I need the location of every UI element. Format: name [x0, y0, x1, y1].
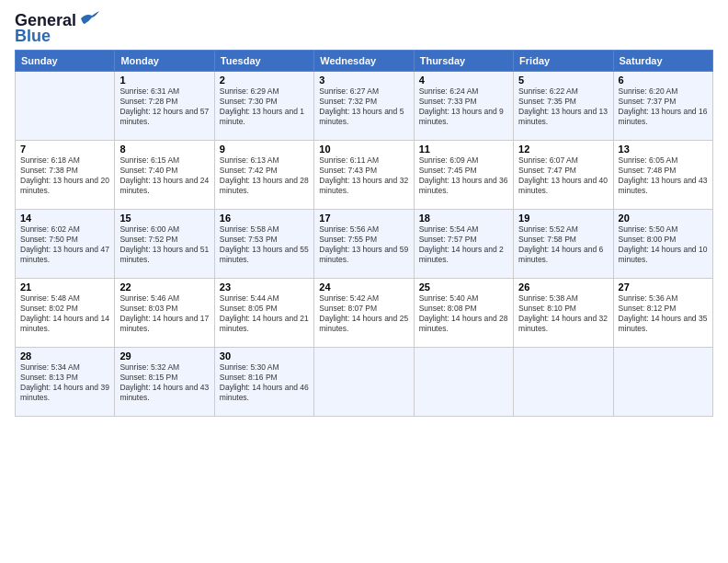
day-number: 10	[319, 144, 408, 155]
day-info: Sunrise: 5:44 AMSunset: 8:05 PMDaylight:…	[220, 293, 309, 334]
day-number: 14	[20, 213, 109, 224]
calendar-cell: 23Sunrise: 5:44 AMSunset: 8:05 PMDayligh…	[214, 279, 313, 348]
logo-bird-icon	[79, 11, 99, 28]
day-number: 29	[119, 350, 209, 362]
day-info: Sunrise: 5:34 AMSunset: 8:13 PMDaylight:…	[20, 362, 109, 403]
day-info: Sunrise: 6:22 AMSunset: 7:35 PMDaylight:…	[518, 86, 608, 127]
calendar-cell: 4Sunrise: 6:24 AMSunset: 7:33 PMDaylight…	[414, 72, 513, 141]
calendar-table: SundayMondayTuesdayWednesdayThursdayFrid…	[15, 50, 713, 417]
day-info: Sunrise: 5:38 AMSunset: 8:10 PMDaylight:…	[518, 293, 608, 334]
day-number: 28	[20, 350, 109, 362]
day-number: 30	[220, 350, 309, 362]
day-info: Sunrise: 5:56 AMSunset: 7:55 PMDaylight:…	[319, 224, 408, 265]
calendar-week-row: 28Sunrise: 5:34 AMSunset: 8:13 PMDayligh…	[16, 348, 713, 417]
day-info: Sunrise: 5:36 AMSunset: 8:12 PMDaylight:…	[619, 293, 708, 334]
day-number: 12	[518, 144, 608, 155]
day-info: Sunrise: 6:00 AMSunset: 7:52 PMDaylight:…	[119, 224, 209, 265]
logo: General Blue	[15, 11, 99, 46]
calendar-cell: 11Sunrise: 6:09 AMSunset: 7:45 PMDayligh…	[414, 141, 513, 210]
day-info: Sunrise: 6:31 AMSunset: 7:28 PMDaylight:…	[119, 86, 209, 127]
header: General Blue	[15, 11, 713, 46]
weekday-header: Friday	[514, 51, 613, 72]
weekday-header: Wednesday	[314, 51, 414, 72]
day-info: Sunrise: 6:20 AMSunset: 7:37 PMDaylight:…	[619, 86, 708, 127]
calendar-cell: 27Sunrise: 5:36 AMSunset: 8:12 PMDayligh…	[613, 279, 712, 348]
day-info: Sunrise: 6:27 AMSunset: 7:32 PMDaylight:…	[319, 86, 408, 127]
day-number: 9	[220, 144, 309, 155]
calendar-week-row: 1Sunrise: 6:31 AMSunset: 7:28 PMDaylight…	[16, 72, 713, 141]
day-number: 22	[119, 282, 209, 293]
calendar-cell: 10Sunrise: 6:11 AMSunset: 7:43 PMDayligh…	[314, 141, 414, 210]
calendar-week-row: 14Sunrise: 6:02 AMSunset: 7:50 PMDayligh…	[16, 210, 713, 279]
calendar-cell	[613, 348, 712, 417]
day-number: 21	[20, 282, 109, 293]
weekday-header: Sunday	[16, 51, 115, 72]
calendar-cell: 13Sunrise: 6:05 AMSunset: 7:48 PMDayligh…	[613, 141, 712, 210]
day-number: 27	[619, 282, 708, 293]
calendar-cell: 15Sunrise: 6:00 AMSunset: 7:52 PMDayligh…	[115, 210, 214, 279]
calendar-body: 1Sunrise: 6:31 AMSunset: 7:28 PMDaylight…	[16, 72, 713, 417]
day-info: Sunrise: 6:29 AMSunset: 7:30 PMDaylight:…	[220, 86, 309, 127]
calendar-cell	[16, 72, 115, 141]
weekday-header: Saturday	[613, 51, 712, 72]
weekday-header: Thursday	[414, 51, 513, 72]
logo-blue-text: Blue	[15, 27, 51, 46]
day-info: Sunrise: 5:54 AMSunset: 7:57 PMDaylight:…	[419, 224, 508, 265]
calendar-cell: 28Sunrise: 5:34 AMSunset: 8:13 PMDayligh…	[16, 348, 115, 417]
day-info: Sunrise: 6:05 AMSunset: 7:48 PMDaylight:…	[619, 155, 708, 196]
day-info: Sunrise: 6:09 AMSunset: 7:45 PMDaylight:…	[419, 155, 508, 196]
day-number: 17	[319, 213, 408, 224]
day-info: Sunrise: 5:40 AMSunset: 8:08 PMDaylight:…	[419, 293, 508, 334]
day-info: Sunrise: 6:11 AMSunset: 7:43 PMDaylight:…	[319, 155, 408, 196]
calendar-cell: 30Sunrise: 5:30 AMSunset: 8:16 PMDayligh…	[214, 348, 313, 417]
day-info: Sunrise: 5:50 AMSunset: 8:00 PMDaylight:…	[619, 224, 708, 265]
day-number: 4	[419, 75, 508, 86]
day-info: Sunrise: 6:18 AMSunset: 7:38 PMDaylight:…	[20, 155, 109, 196]
calendar-week-row: 21Sunrise: 5:48 AMSunset: 8:02 PMDayligh…	[16, 279, 713, 348]
day-info: Sunrise: 6:02 AMSunset: 7:50 PMDaylight:…	[20, 224, 109, 265]
calendar-cell: 20Sunrise: 5:50 AMSunset: 8:00 PMDayligh…	[613, 210, 712, 279]
calendar-cell: 19Sunrise: 5:52 AMSunset: 7:58 PMDayligh…	[514, 210, 613, 279]
day-number: 1	[119, 75, 209, 86]
day-info: Sunrise: 5:32 AMSunset: 8:15 PMDaylight:…	[119, 362, 209, 403]
calendar-cell: 24Sunrise: 5:42 AMSunset: 8:07 PMDayligh…	[314, 279, 414, 348]
day-number: 2	[220, 75, 309, 86]
day-number: 3	[319, 75, 408, 86]
day-number: 20	[619, 213, 708, 224]
day-info: Sunrise: 5:46 AMSunset: 8:03 PMDaylight:…	[119, 293, 209, 334]
day-info: Sunrise: 6:24 AMSunset: 7:33 PMDaylight:…	[419, 86, 508, 127]
calendar-cell: 21Sunrise: 5:48 AMSunset: 8:02 PMDayligh…	[16, 279, 115, 348]
page-container: General Blue SundayMondayTuesdayWednesda…	[0, 0, 728, 428]
day-number: 25	[419, 282, 508, 293]
day-number: 6	[619, 75, 708, 86]
calendar-cell	[314, 348, 414, 417]
weekday-row: SundayMondayTuesdayWednesdayThursdayFrid…	[16, 51, 713, 72]
calendar-cell: 2Sunrise: 6:29 AMSunset: 7:30 PMDaylight…	[214, 72, 313, 141]
day-number: 5	[518, 75, 608, 86]
calendar-cell: 18Sunrise: 5:54 AMSunset: 7:57 PMDayligh…	[414, 210, 513, 279]
calendar-cell	[514, 348, 613, 417]
day-number: 13	[619, 144, 708, 155]
day-number: 24	[319, 282, 408, 293]
day-info: Sunrise: 5:30 AMSunset: 8:16 PMDaylight:…	[220, 362, 309, 403]
day-number: 8	[119, 144, 209, 155]
day-info: Sunrise: 5:58 AMSunset: 7:53 PMDaylight:…	[220, 224, 309, 265]
calendar-cell: 8Sunrise: 6:15 AMSunset: 7:40 PMDaylight…	[115, 141, 214, 210]
day-number: 19	[518, 213, 608, 224]
calendar-cell	[414, 348, 513, 417]
day-number: 23	[220, 282, 309, 293]
day-number: 18	[419, 213, 508, 224]
calendar-cell: 6Sunrise: 6:20 AMSunset: 7:37 PMDaylight…	[613, 72, 712, 141]
calendar-cell: 1Sunrise: 6:31 AMSunset: 7:28 PMDaylight…	[115, 72, 214, 141]
calendar-cell: 14Sunrise: 6:02 AMSunset: 7:50 PMDayligh…	[16, 210, 115, 279]
day-info: Sunrise: 6:13 AMSunset: 7:42 PMDaylight:…	[220, 155, 309, 196]
day-info: Sunrise: 5:48 AMSunset: 8:02 PMDaylight:…	[20, 293, 109, 334]
calendar-cell: 9Sunrise: 6:13 AMSunset: 7:42 PMDaylight…	[214, 141, 313, 210]
calendar-cell: 16Sunrise: 5:58 AMSunset: 7:53 PMDayligh…	[214, 210, 313, 279]
calendar-cell: 29Sunrise: 5:32 AMSunset: 8:15 PMDayligh…	[115, 348, 214, 417]
day-number: 26	[518, 282, 608, 293]
day-info: Sunrise: 6:07 AMSunset: 7:47 PMDaylight:…	[518, 155, 608, 196]
calendar-cell: 17Sunrise: 5:56 AMSunset: 7:55 PMDayligh…	[314, 210, 414, 279]
weekday-header: Tuesday	[214, 51, 313, 72]
calendar-cell: 26Sunrise: 5:38 AMSunset: 8:10 PMDayligh…	[514, 279, 613, 348]
